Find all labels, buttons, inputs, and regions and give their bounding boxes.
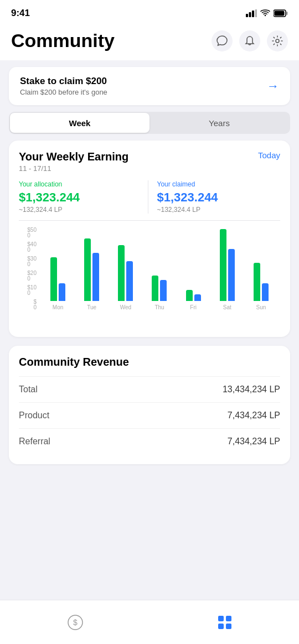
revenue-row-value: 13,434,234 LP xyxy=(223,385,280,394)
chart-day-group: Sat xyxy=(210,229,244,310)
chart-day-group: Fri xyxy=(177,229,210,310)
claimed-amount: $1,323.244 xyxy=(157,190,218,205)
revenue-title: Community Revenue xyxy=(19,356,280,368)
promo-subtitle: Claim $200 before it's gone xyxy=(20,88,107,96)
gear-icon xyxy=(271,35,283,47)
bell-icon xyxy=(244,35,256,47)
nav-grid-button[interactable] xyxy=(212,609,238,636)
bars-wrapper xyxy=(118,229,133,301)
blue-bar xyxy=(59,283,65,301)
green-bar xyxy=(118,245,125,301)
day-label: Wed xyxy=(120,304,131,310)
svg-rect-5 xyxy=(275,11,285,16)
grid-icon xyxy=(217,615,233,630)
chart-day-group: Wed xyxy=(109,229,142,310)
y-label-0: $0 xyxy=(33,299,37,310)
svg-rect-13 xyxy=(226,624,231,629)
green-bar xyxy=(186,290,193,301)
bars-wrapper xyxy=(152,229,167,301)
y-label-10: $100 xyxy=(27,285,37,296)
allocation-stat: Your allocation $1,323.244 ~132,324.4 LP xyxy=(19,180,148,214)
bars-wrapper xyxy=(50,229,65,301)
svg-rect-2 xyxy=(252,11,254,17)
revenue-row: Product7,434,234 LP xyxy=(19,402,280,428)
bottom-nav: $ xyxy=(0,600,299,644)
dollar-icon: $ xyxy=(67,614,84,631)
svg-rect-1 xyxy=(249,12,251,17)
y-label-20: $200 xyxy=(27,271,37,282)
y-label-30: $300 xyxy=(27,256,37,267)
claimed-label: Your claimed xyxy=(157,180,195,188)
svg-rect-11 xyxy=(226,616,231,621)
blue-bar xyxy=(228,249,235,301)
settings-button[interactable] xyxy=(267,30,288,51)
claimed-stat: Your claimed $1,323.244 ~132,324.4 LP xyxy=(148,180,281,214)
revenue-row-value: 7,434,234 LP xyxy=(228,411,280,420)
status-icons xyxy=(246,9,288,17)
promo-title: Stake to claim $200 xyxy=(20,76,107,87)
chart-day-group: Sun xyxy=(244,229,278,310)
tab-week[interactable]: Week xyxy=(10,113,150,133)
bars-wrapper xyxy=(254,229,269,301)
weekly-earning-card: Your Weekly Earning 11 - 17/11 Today You… xyxy=(9,141,290,337)
green-bar xyxy=(50,257,57,301)
day-label: Sun xyxy=(256,304,266,310)
promo-arrow: → xyxy=(267,79,279,94)
revenue-row-label: Product xyxy=(19,411,49,420)
day-label: Thu xyxy=(154,304,164,310)
svg-text:$: $ xyxy=(73,618,78,627)
tab-years[interactable]: Years xyxy=(150,113,289,133)
tab-switcher: Week Years xyxy=(9,112,290,134)
chart-area: $500 $400 $300 $200 $100 $0 MonTueWedThu… xyxy=(19,227,280,327)
svg-rect-10 xyxy=(218,616,224,621)
green-bar xyxy=(254,263,260,301)
bars-wrapper xyxy=(186,229,201,301)
blue-bar xyxy=(262,283,269,301)
signal-icon xyxy=(246,9,257,17)
day-label: Mon xyxy=(53,304,63,310)
header: Community xyxy=(0,24,299,60)
revenue-row-value: 7,434,234 LP xyxy=(228,437,280,446)
revenue-row: Total13,434,234 LP xyxy=(19,376,280,402)
svg-point-7 xyxy=(276,39,279,43)
claimed-lp: ~132,324.4 LP xyxy=(157,206,200,214)
day-label: Fri xyxy=(190,304,197,310)
header-actions xyxy=(212,30,288,51)
chart-day-group: Tue xyxy=(75,229,109,310)
chart-day-group: Mon xyxy=(41,229,75,310)
svg-rect-0 xyxy=(246,14,248,17)
revenue-row-label: Referral xyxy=(19,437,50,446)
svg-rect-6 xyxy=(286,12,288,15)
revenue-row: Referral7,434,234 LP xyxy=(19,428,280,454)
card-title: Your Weekly Earning xyxy=(19,150,128,163)
green-bar xyxy=(152,276,158,301)
y-label-50: $500 xyxy=(27,227,37,238)
bell-button[interactable] xyxy=(239,30,260,51)
blue-bar xyxy=(194,294,201,301)
card-date: 11 - 17/11 xyxy=(19,164,128,173)
chart-bars-container: MonTueWedThuFriSatSun xyxy=(39,227,280,310)
card-header: Your Weekly Earning 11 - 17/11 Today xyxy=(19,150,280,173)
community-revenue-card: Community Revenue Total13,434,234 LPProd… xyxy=(9,346,290,464)
svg-rect-3 xyxy=(255,9,257,17)
chart-y-labels: $500 $400 $300 $200 $100 $0 xyxy=(19,227,39,310)
bars-wrapper xyxy=(220,229,235,301)
bars-wrapper xyxy=(84,229,99,301)
status-bar: 9:41 xyxy=(0,0,299,24)
svg-rect-12 xyxy=(218,624,224,629)
blue-bar xyxy=(92,253,99,301)
nav-dollar-button[interactable]: $ xyxy=(61,609,89,636)
revenue-row-label: Total xyxy=(19,385,38,394)
status-time: 9:41 xyxy=(11,8,30,19)
promo-banner[interactable]: Stake to claim $200 Claim $200 before it… xyxy=(9,67,290,105)
today-button[interactable]: Today xyxy=(258,150,280,160)
allocation-amount: $1,323.244 xyxy=(19,190,80,205)
blue-bar xyxy=(126,261,133,301)
green-bar xyxy=(220,229,226,301)
day-label: Tue xyxy=(87,304,96,310)
message-icon xyxy=(216,35,228,47)
page-title: Community xyxy=(11,30,115,51)
y-label-40: $400 xyxy=(27,242,37,253)
blue-bar xyxy=(160,280,167,301)
message-button[interactable] xyxy=(212,30,233,51)
